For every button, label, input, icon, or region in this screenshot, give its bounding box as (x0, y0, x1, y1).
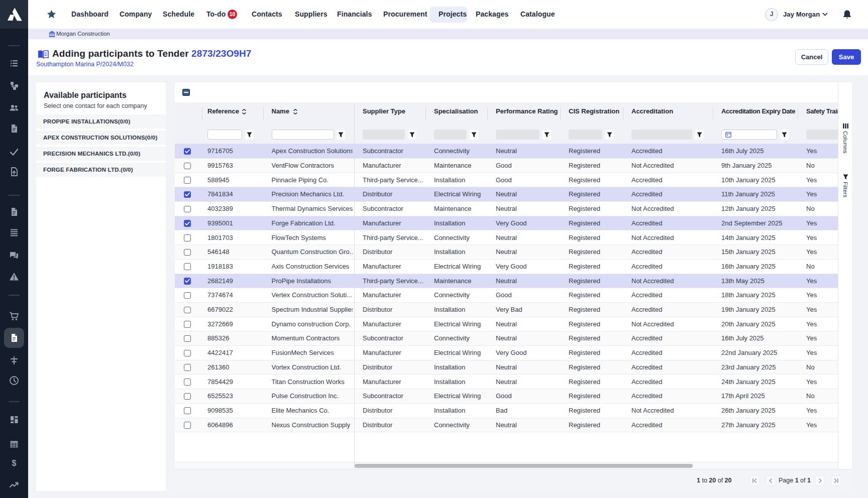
svg-text:$: $ (12, 459, 17, 467)
